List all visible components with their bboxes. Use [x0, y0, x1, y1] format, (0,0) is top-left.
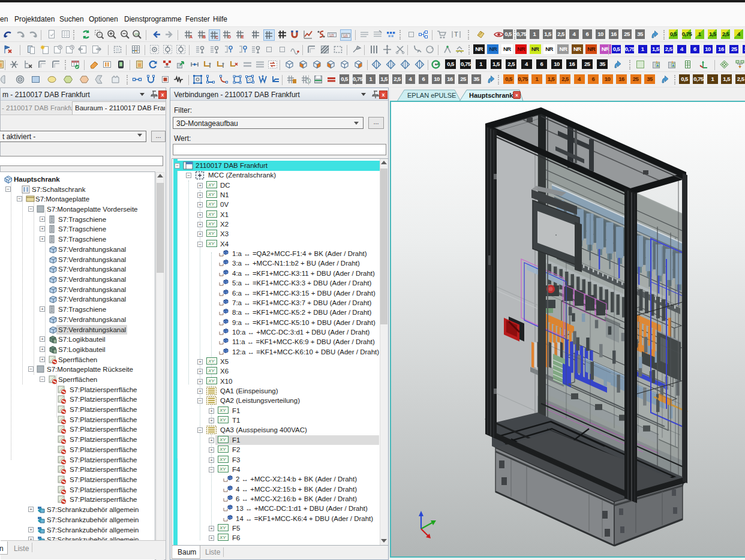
- svg-text:C: C: [215, 35, 218, 40]
- svg-text:D: D: [228, 35, 231, 39]
- svg-text:123: 123: [329, 34, 334, 37]
- svg-text:A: A: [190, 35, 193, 39]
- svg-text:XY: XY: [219, 437, 226, 442]
- svg-text:E: E: [241, 35, 244, 39]
- svg-text:XY: XY: [208, 192, 215, 197]
- svg-text:XY: XY: [219, 408, 226, 413]
- svg-text:XY: XY: [208, 359, 215, 364]
- svg-text:T: T: [454, 31, 458, 38]
- svg-text:XY: XY: [208, 241, 215, 246]
- svg-text:XY: XY: [219, 417, 226, 423]
- svg-text:XY: XY: [208, 368, 215, 374]
- svg-text:XY: XY: [208, 221, 215, 227]
- svg-text:XY: XY: [219, 457, 226, 462]
- svg-text:XY: XY: [208, 231, 215, 236]
- svg-text:XY: XY: [219, 525, 226, 531]
- svg-text:XY: XY: [219, 447, 226, 452]
- svg-text:XY: XY: [208, 212, 215, 217]
- svg-text:123: 123: [343, 35, 348, 38]
- svg-text:XY: XY: [208, 201, 215, 207]
- svg-text:XY: XY: [208, 182, 215, 188]
- svg-text:100: 100: [134, 33, 139, 36]
- svg-text:XY: XY: [219, 466, 226, 472]
- svg-text:XY: XY: [208, 378, 215, 384]
- svg-text:B: B: [203, 35, 206, 39]
- svg-text:XY: XY: [219, 535, 226, 540]
